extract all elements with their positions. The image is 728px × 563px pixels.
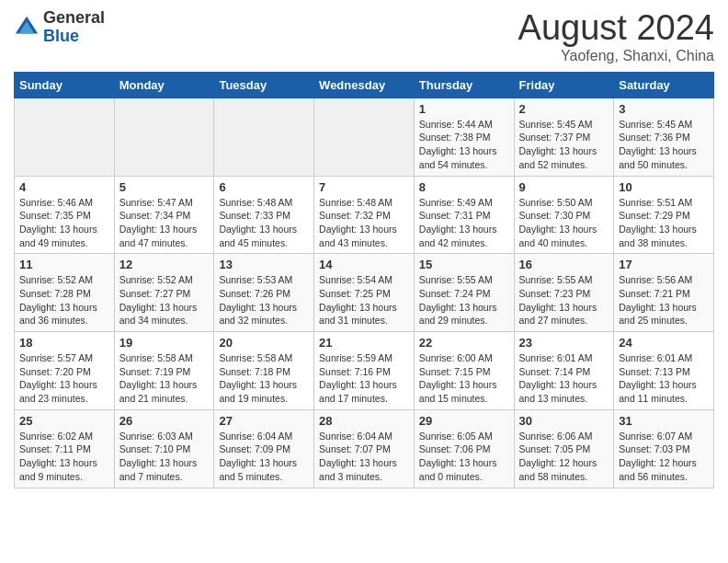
day-info: Sunrise: 5:52 AM Sunset: 7:27 PM Dayligh… (119, 273, 210, 327)
calendar-cell: 9Sunrise: 5:50 AM Sunset: 7:30 PM Daylig… (514, 176, 614, 254)
day-of-week-saturday: Saturday (614, 72, 714, 98)
calendar-cell: 29Sunrise: 6:05 AM Sunset: 7:06 PM Dayli… (414, 409, 514, 488)
calendar-cell: 6Sunrise: 5:48 AM Sunset: 7:33 PM Daylig… (214, 176, 314, 254)
calendar-cell: 16Sunrise: 5:55 AM Sunset: 7:23 PM Dayli… (514, 254, 614, 332)
calendar-cell (114, 98, 214, 176)
day-number: 21 (319, 336, 409, 350)
day-number: 5 (119, 180, 210, 194)
calendar-week-4: 18Sunrise: 5:57 AM Sunset: 7:20 PM Dayli… (15, 332, 714, 410)
day-number: 18 (19, 336, 109, 350)
day-info: Sunrise: 5:58 AM Sunset: 7:18 PM Dayligh… (219, 351, 309, 406)
calendar-week-1: 1Sunrise: 5:44 AM Sunset: 7:38 PM Daylig… (15, 98, 714, 176)
day-info: Sunrise: 5:52 AM Sunset: 7:28 PM Dayligh… (19, 273, 109, 327)
calendar-cell (314, 98, 415, 176)
day-number: 29 (419, 414, 509, 428)
calendar-cell: 2Sunrise: 5:45 AM Sunset: 7:37 PM Daylig… (514, 98, 614, 176)
day-info: Sunrise: 5:53 AM Sunset: 7:26 PM Dayligh… (219, 273, 309, 327)
day-info: Sunrise: 6:06 AM Sunset: 7:05 PM Dayligh… (519, 430, 609, 484)
day-number: 20 (219, 336, 309, 350)
calendar-cell: 31Sunrise: 6:07 AM Sunset: 7:03 PM Dayli… (614, 409, 714, 488)
day-number: 22 (419, 336, 509, 350)
calendar-cell: 4Sunrise: 5:46 AM Sunset: 7:35 PM Daylig… (15, 176, 115, 254)
calendar-cell (214, 98, 314, 176)
logo-text: General Blue (43, 9, 105, 46)
calendar-cell: 10Sunrise: 5:51 AM Sunset: 7:29 PM Dayli… (614, 176, 714, 254)
calendar-cell: 5Sunrise: 5:47 AM Sunset: 7:34 PM Daylig… (114, 176, 214, 254)
day-info: Sunrise: 5:48 AM Sunset: 7:32 PM Dayligh… (319, 196, 409, 250)
calendar-cell: 18Sunrise: 5:57 AM Sunset: 7:20 PM Dayli… (15, 332, 115, 410)
calendar-body: 1Sunrise: 5:44 AM Sunset: 7:38 PM Daylig… (15, 98, 714, 488)
day-info: Sunrise: 5:55 AM Sunset: 7:23 PM Dayligh… (519, 273, 609, 327)
day-info: Sunrise: 6:07 AM Sunset: 7:03 PM Dayligh… (619, 430, 709, 484)
calendar-cell: 27Sunrise: 6:04 AM Sunset: 7:09 PM Dayli… (214, 409, 314, 488)
month-year: August 2024 (518, 9, 714, 48)
calendar-cell: 11Sunrise: 5:52 AM Sunset: 7:28 PM Dayli… (15, 254, 115, 332)
day-info: Sunrise: 5:51 AM Sunset: 7:29 PM Dayligh… (619, 196, 709, 250)
day-info: Sunrise: 5:59 AM Sunset: 7:16 PM Dayligh… (319, 351, 409, 406)
title-block: August 2024 Yaofeng, Shanxi, China (518, 9, 714, 64)
calendar-cell: 8Sunrise: 5:49 AM Sunset: 7:31 PM Daylig… (414, 176, 514, 254)
calendar-cell: 26Sunrise: 6:03 AM Sunset: 7:10 PM Dayli… (114, 409, 214, 488)
day-info: Sunrise: 6:01 AM Sunset: 7:14 PM Dayligh… (519, 351, 609, 406)
day-header-row: SundayMondayTuesdayWednesdayThursdayFrid… (15, 72, 714, 98)
calendar-cell: 23Sunrise: 6:01 AM Sunset: 7:14 PM Dayli… (514, 332, 614, 410)
day-info: Sunrise: 5:45 AM Sunset: 7:36 PM Dayligh… (619, 118, 709, 172)
day-number: 7 (319, 180, 409, 194)
day-number: 10 (619, 180, 709, 194)
day-info: Sunrise: 5:45 AM Sunset: 7:37 PM Dayligh… (519, 118, 609, 172)
calendar-cell (15, 98, 115, 176)
day-number: 6 (219, 180, 309, 194)
day-info: Sunrise: 5:58 AM Sunset: 7:19 PM Dayligh… (119, 351, 210, 406)
day-info: Sunrise: 5:44 AM Sunset: 7:38 PM Dayligh… (419, 118, 509, 172)
day-number: 11 (19, 258, 109, 271)
calendar-header: SundayMondayTuesdayWednesdayThursdayFrid… (15, 72, 714, 98)
calendar-cell: 19Sunrise: 5:58 AM Sunset: 7:19 PM Dayli… (114, 332, 214, 410)
day-info: Sunrise: 5:55 AM Sunset: 7:24 PM Dayligh… (419, 273, 509, 327)
day-number: 31 (619, 414, 709, 428)
day-info: Sunrise: 5:47 AM Sunset: 7:34 PM Dayligh… (119, 196, 210, 250)
day-of-week-sunday: Sunday (15, 72, 115, 98)
day-info: Sunrise: 6:00 AM Sunset: 7:15 PM Dayligh… (419, 351, 509, 406)
day-number: 28 (319, 414, 409, 428)
day-of-week-friday: Friday (514, 72, 614, 98)
calendar-cell: 17Sunrise: 5:56 AM Sunset: 7:21 PM Dayli… (614, 254, 714, 332)
day-number: 12 (119, 258, 210, 271)
day-number: 30 (519, 414, 609, 428)
day-number: 14 (319, 258, 409, 271)
day-info: Sunrise: 5:54 AM Sunset: 7:25 PM Dayligh… (319, 273, 409, 327)
day-info: Sunrise: 6:04 AM Sunset: 7:09 PM Dayligh… (219, 430, 309, 484)
day-number: 16 (519, 258, 609, 271)
day-number: 4 (19, 180, 109, 194)
day-info: Sunrise: 5:50 AM Sunset: 7:30 PM Dayligh… (519, 196, 609, 250)
calendar-cell: 21Sunrise: 5:59 AM Sunset: 7:16 PM Dayli… (314, 332, 415, 410)
day-info: Sunrise: 5:57 AM Sunset: 7:20 PM Dayligh… (19, 351, 109, 406)
calendar-cell: 24Sunrise: 6:01 AM Sunset: 7:13 PM Dayli… (614, 332, 714, 410)
day-number: 13 (219, 258, 309, 271)
calendar-cell: 30Sunrise: 6:06 AM Sunset: 7:05 PM Dayli… (514, 409, 614, 488)
calendar-table: SundayMondayTuesdayWednesdayThursdayFrid… (14, 72, 714, 488)
calendar-cell: 3Sunrise: 5:45 AM Sunset: 7:36 PM Daylig… (614, 98, 714, 176)
logo: General Blue (14, 9, 105, 46)
day-number: 23 (519, 336, 609, 350)
day-info: Sunrise: 6:02 AM Sunset: 7:11 PM Dayligh… (19, 430, 109, 484)
day-of-week-thursday: Thursday (414, 72, 514, 98)
calendar-week-5: 25Sunrise: 6:02 AM Sunset: 7:11 PM Dayli… (15, 409, 714, 488)
day-info: Sunrise: 5:48 AM Sunset: 7:33 PM Dayligh… (219, 196, 309, 250)
day-number: 1 (419, 102, 509, 116)
day-number: 8 (419, 180, 509, 194)
day-number: 3 (619, 102, 709, 116)
calendar-cell: 12Sunrise: 5:52 AM Sunset: 7:27 PM Dayli… (114, 254, 214, 332)
calendar-cell: 28Sunrise: 6:04 AM Sunset: 7:07 PM Dayli… (314, 409, 415, 488)
calendar-week-3: 11Sunrise: 5:52 AM Sunset: 7:28 PM Dayli… (15, 254, 714, 332)
day-number: 24 (619, 336, 709, 350)
day-number: 26 (119, 414, 210, 428)
day-info: Sunrise: 6:03 AM Sunset: 7:10 PM Dayligh… (119, 430, 210, 484)
calendar-cell: 1Sunrise: 5:44 AM Sunset: 7:38 PM Daylig… (414, 98, 514, 176)
day-number: 15 (419, 258, 509, 271)
day-info: Sunrise: 5:56 AM Sunset: 7:21 PM Dayligh… (619, 273, 709, 327)
day-number: 2 (519, 102, 609, 116)
page-header: General Blue August 2024 Yaofeng, Shanxi… (14, 9, 714, 64)
day-number: 25 (19, 414, 109, 428)
calendar-cell: 20Sunrise: 5:58 AM Sunset: 7:18 PM Dayli… (214, 332, 314, 410)
day-of-week-tuesday: Tuesday (214, 72, 314, 98)
